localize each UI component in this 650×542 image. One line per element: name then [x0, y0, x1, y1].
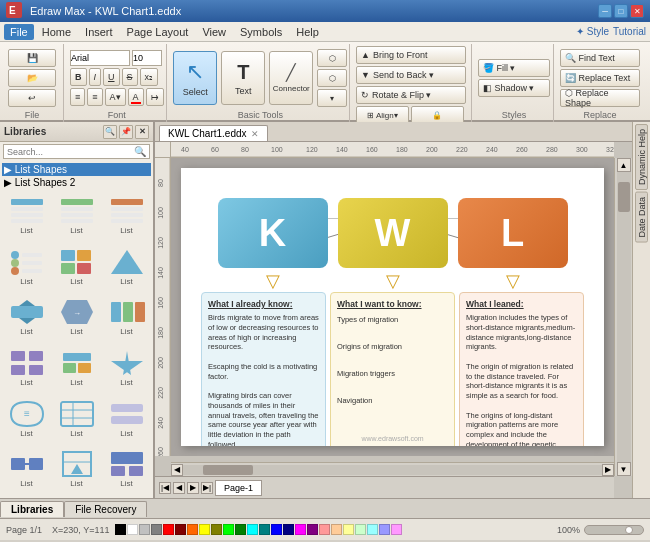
shape-item[interactable]: List	[53, 194, 100, 242]
menu-file[interactable]: File	[4, 24, 34, 40]
replace-text-button[interactable]: 🔄 Replace Text	[560, 69, 640, 87]
zoom-slider[interactable]	[584, 525, 644, 535]
shape-item[interactable]: List	[103, 295, 150, 343]
color-swatch-lime[interactable]	[223, 524, 234, 535]
scroll-track-v[interactable]	[617, 172, 631, 462]
tree-item-list-shapes-2[interactable]: ▶ List Shapes 2	[2, 176, 151, 189]
color-swatch-blue[interactable]	[271, 524, 282, 535]
more-tools-2[interactable]: ⬡	[317, 69, 347, 87]
shape-item[interactable]: List	[3, 245, 50, 293]
italic-button[interactable]: I	[89, 68, 102, 86]
color-swatch-peach[interactable]	[331, 524, 342, 535]
underline-button[interactable]: U	[103, 68, 120, 86]
text-tool-button[interactable]: T Text	[221, 51, 265, 105]
font-size-input[interactable]	[132, 50, 162, 66]
shape-item[interactable]: List	[103, 447, 150, 495]
open-button[interactable]: 📂	[8, 69, 56, 87]
menu-help[interactable]: Help	[290, 24, 325, 40]
color-swatch-orange[interactable]	[187, 524, 198, 535]
undo-button[interactable]: ↩	[8, 89, 56, 107]
panel-close-icon[interactable]: ✕	[135, 125, 149, 139]
horizontal-scrollbar[interactable]: ◀ ▶	[171, 462, 614, 476]
page-first-button[interactable]: |◀	[159, 482, 171, 494]
color-swatch-fuchsia[interactable]	[295, 524, 306, 535]
list-indent-button[interactable]: ↦	[146, 88, 164, 106]
shape-item[interactable]: → List	[53, 295, 100, 343]
color-swatch-teal[interactable]	[259, 524, 270, 535]
vertical-scrollbar[interactable]: ▲ ▼	[614, 158, 632, 476]
color-swatch-pink[interactable]	[391, 524, 402, 535]
file-recovery-tab[interactable]: File Recovery	[64, 501, 147, 517]
color-swatch-navy[interactable]	[283, 524, 294, 535]
color-swatch-gray[interactable]	[151, 524, 162, 535]
color-swatch-cyan[interactable]	[247, 524, 258, 535]
color-swatch-cyan-light[interactable]	[367, 524, 378, 535]
scroll-track-h[interactable]	[183, 465, 602, 475]
scroll-right-button[interactable]: ▶	[602, 464, 614, 476]
panel-search-icon[interactable]: 🔍	[103, 125, 117, 139]
shape-item[interactable]: List	[103, 346, 150, 394]
color-swatch-pink-light[interactable]	[319, 524, 330, 535]
color-swatch-maroon[interactable]	[175, 524, 186, 535]
shape-item[interactable]: List	[103, 397, 150, 445]
more-tools-3[interactable]: ▾	[317, 89, 347, 107]
shape-item[interactable]: List	[53, 447, 100, 495]
minimize-button[interactable]: ─	[598, 4, 612, 18]
color-swatch-green-light[interactable]	[355, 524, 366, 535]
shape-item[interactable]: List	[3, 346, 50, 394]
shape-item[interactable]: List	[3, 447, 50, 495]
scroll-thumb-v[interactable]	[618, 182, 630, 212]
menu-insert[interactable]: Insert	[79, 24, 119, 40]
color-swatch-purple[interactable]	[307, 524, 318, 535]
libraries-tab[interactable]: Libraries	[0, 501, 64, 517]
bold-button[interactable]: B	[70, 68, 87, 86]
align-center-button[interactable]: ≡	[87, 88, 102, 106]
shape-item[interactable]: List	[53, 397, 100, 445]
zoom-thumb[interactable]	[625, 526, 633, 534]
date-data-tab[interactable]: Date Data	[635, 192, 648, 243]
shape-item[interactable]: ≡ List	[3, 397, 50, 445]
color-swatch-black[interactable]	[115, 524, 126, 535]
scroll-left-button[interactable]: ◀	[171, 464, 183, 476]
select-tool-button[interactable]: ↖ Select	[173, 51, 217, 105]
menu-home[interactable]: Home	[36, 24, 77, 40]
menu-symbols[interactable]: Symbols	[234, 24, 288, 40]
strikethrough-button[interactable]: S	[122, 68, 138, 86]
save-button[interactable]: 💾	[8, 49, 56, 67]
color-swatch-yellow-light[interactable]	[343, 524, 354, 535]
color-swatch-yellow[interactable]	[199, 524, 210, 535]
scroll-down-button[interactable]: ▼	[617, 462, 631, 476]
align-right-button[interactable]: A▾	[105, 88, 126, 106]
tutorial-link[interactable]: Tutorial	[613, 26, 646, 37]
color-swatch-silver[interactable]	[139, 524, 150, 535]
page-1-tab[interactable]: Page-1	[215, 480, 262, 496]
fill-button[interactable]: 🪣 Fill ▾	[478, 59, 550, 77]
page-last-button[interactable]: ▶|	[201, 482, 213, 494]
tree-item-list-shapes[interactable]: ▶ List Shapes	[2, 163, 151, 176]
connector-tool-button[interactable]: ╱ Connector	[269, 51, 313, 105]
canvas-scroll-area[interactable]: K W L ▽ ▽ ▽	[171, 158, 614, 456]
shape-item[interactable]: List	[3, 194, 50, 242]
shape-item[interactable]: List	[53, 245, 100, 293]
close-button[interactable]: ✕	[630, 4, 644, 18]
color-swatch-blue-light[interactable]	[379, 524, 390, 535]
find-text-button[interactable]: 🔍 Find Text	[560, 49, 640, 67]
shadow-button[interactable]: ◧ Shadow ▾	[478, 79, 550, 97]
menu-view[interactable]: View	[196, 24, 232, 40]
replace-shape-button[interactable]: ⬡ Replace Shape	[560, 89, 640, 107]
dynamic-help-tab[interactable]: Dynamic Help	[635, 124, 648, 190]
shape-item[interactable]: List	[53, 346, 100, 394]
page-next-button[interactable]: ▶	[187, 482, 199, 494]
shape-item[interactable]: List	[103, 194, 150, 242]
send-to-back-button[interactable]: ▼ Send to Back ▾	[356, 66, 466, 84]
menu-page-layout[interactable]: Page Layout	[121, 24, 195, 40]
scroll-up-button[interactable]: ▲	[617, 158, 631, 172]
color-swatch-green[interactable]	[235, 524, 246, 535]
scroll-thumb-h[interactable]	[203, 465, 253, 475]
panel-pin-icon[interactable]: 📌	[119, 125, 133, 139]
page-prev-button[interactable]: ◀	[173, 482, 185, 494]
tab-close-button[interactable]: ✕	[251, 129, 259, 139]
library-search-input[interactable]	[7, 147, 134, 157]
maximize-button[interactable]: □	[614, 4, 628, 18]
canvas-tab-kwl[interactable]: KWL Chart1.eddx ✕	[159, 125, 268, 141]
